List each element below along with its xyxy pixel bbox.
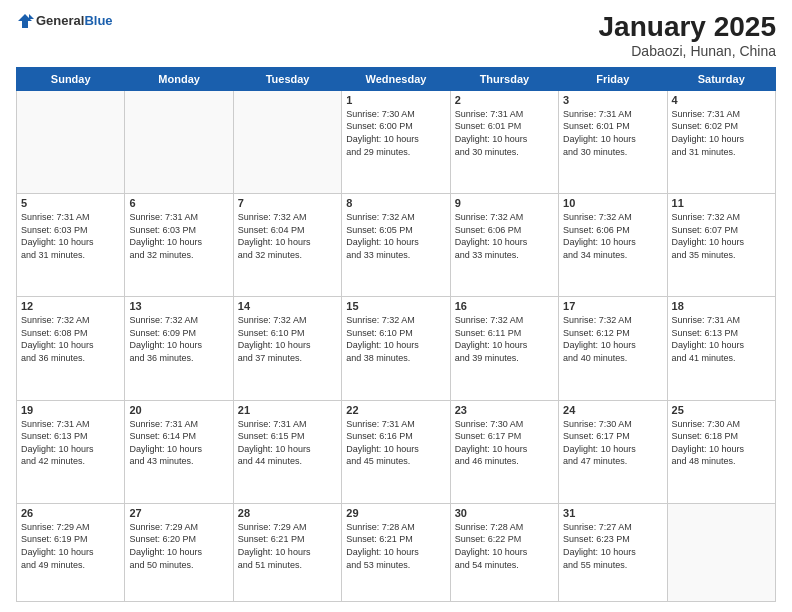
calendar-subtitle: Dabaozi, Hunan, China bbox=[599, 43, 776, 59]
header-wednesday: Wednesday bbox=[342, 67, 450, 90]
table-row: 23Sunrise: 7:30 AM Sunset: 6:17 PM Dayli… bbox=[450, 400, 558, 503]
day-info: Sunrise: 7:31 AM Sunset: 6:01 PM Dayligh… bbox=[563, 108, 662, 158]
day-info: Sunrise: 7:29 AM Sunset: 6:21 PM Dayligh… bbox=[238, 521, 337, 571]
day-number: 1 bbox=[346, 94, 445, 106]
day-number: 22 bbox=[346, 404, 445, 416]
day-number: 13 bbox=[129, 300, 228, 312]
day-info: Sunrise: 7:32 AM Sunset: 6:06 PM Dayligh… bbox=[455, 211, 554, 261]
day-number: 12 bbox=[21, 300, 120, 312]
table-row: 27Sunrise: 7:29 AM Sunset: 6:20 PM Dayli… bbox=[125, 503, 233, 601]
day-number: 11 bbox=[672, 197, 771, 209]
day-info: Sunrise: 7:27 AM Sunset: 6:23 PM Dayligh… bbox=[563, 521, 662, 571]
table-row: 18Sunrise: 7:31 AM Sunset: 6:13 PM Dayli… bbox=[667, 297, 775, 400]
day-info: Sunrise: 7:30 AM Sunset: 6:00 PM Dayligh… bbox=[346, 108, 445, 158]
day-info: Sunrise: 7:32 AM Sunset: 6:06 PM Dayligh… bbox=[563, 211, 662, 261]
table-row bbox=[667, 503, 775, 601]
day-number: 16 bbox=[455, 300, 554, 312]
day-number: 3 bbox=[563, 94, 662, 106]
table-row: 24Sunrise: 7:30 AM Sunset: 6:17 PM Dayli… bbox=[559, 400, 667, 503]
table-row: 14Sunrise: 7:32 AM Sunset: 6:10 PM Dayli… bbox=[233, 297, 341, 400]
day-number: 30 bbox=[455, 507, 554, 519]
calendar-week-3: 12Sunrise: 7:32 AM Sunset: 6:08 PM Dayli… bbox=[17, 297, 776, 400]
day-info: Sunrise: 7:31 AM Sunset: 6:13 PM Dayligh… bbox=[21, 418, 120, 468]
day-info: Sunrise: 7:28 AM Sunset: 6:21 PM Dayligh… bbox=[346, 521, 445, 571]
day-info: Sunrise: 7:31 AM Sunset: 6:03 PM Dayligh… bbox=[21, 211, 120, 261]
day-number: 2 bbox=[455, 94, 554, 106]
day-info: Sunrise: 7:32 AM Sunset: 6:05 PM Dayligh… bbox=[346, 211, 445, 261]
table-row: 21Sunrise: 7:31 AM Sunset: 6:15 PM Dayli… bbox=[233, 400, 341, 503]
table-row: 31Sunrise: 7:27 AM Sunset: 6:23 PM Dayli… bbox=[559, 503, 667, 601]
day-info: Sunrise: 7:31 AM Sunset: 6:02 PM Dayligh… bbox=[672, 108, 771, 158]
day-number: 14 bbox=[238, 300, 337, 312]
calendar-title: January 2025 bbox=[599, 12, 776, 43]
header-friday: Friday bbox=[559, 67, 667, 90]
table-row: 22Sunrise: 7:31 AM Sunset: 6:16 PM Dayli… bbox=[342, 400, 450, 503]
day-number: 8 bbox=[346, 197, 445, 209]
day-info: Sunrise: 7:30 AM Sunset: 6:17 PM Dayligh… bbox=[455, 418, 554, 468]
table-row: 19Sunrise: 7:31 AM Sunset: 6:13 PM Dayli… bbox=[17, 400, 125, 503]
table-row: 30Sunrise: 7:28 AM Sunset: 6:22 PM Dayli… bbox=[450, 503, 558, 601]
day-number: 31 bbox=[563, 507, 662, 519]
day-info: Sunrise: 7:31 AM Sunset: 6:01 PM Dayligh… bbox=[455, 108, 554, 158]
calendar-week-1: 1Sunrise: 7:30 AM Sunset: 6:00 PM Daylig… bbox=[17, 90, 776, 193]
day-number: 25 bbox=[672, 404, 771, 416]
table-row bbox=[17, 90, 125, 193]
header-tuesday: Tuesday bbox=[233, 67, 341, 90]
header-saturday: Saturday bbox=[667, 67, 775, 90]
day-info: Sunrise: 7:32 AM Sunset: 6:08 PM Dayligh… bbox=[21, 314, 120, 364]
day-info: Sunrise: 7:31 AM Sunset: 6:13 PM Dayligh… bbox=[672, 314, 771, 364]
day-info: Sunrise: 7:32 AM Sunset: 6:11 PM Dayligh… bbox=[455, 314, 554, 364]
table-row: 3Sunrise: 7:31 AM Sunset: 6:01 PM Daylig… bbox=[559, 90, 667, 193]
table-row: 6Sunrise: 7:31 AM Sunset: 6:03 PM Daylig… bbox=[125, 194, 233, 297]
day-info: Sunrise: 7:32 AM Sunset: 6:12 PM Dayligh… bbox=[563, 314, 662, 364]
logo-blue: Blue bbox=[84, 13, 112, 28]
table-row: 5Sunrise: 7:31 AM Sunset: 6:03 PM Daylig… bbox=[17, 194, 125, 297]
table-row bbox=[125, 90, 233, 193]
table-row: 29Sunrise: 7:28 AM Sunset: 6:21 PM Dayli… bbox=[342, 503, 450, 601]
day-number: 24 bbox=[563, 404, 662, 416]
table-row: 15Sunrise: 7:32 AM Sunset: 6:10 PM Dayli… bbox=[342, 297, 450, 400]
table-row: 1Sunrise: 7:30 AM Sunset: 6:00 PM Daylig… bbox=[342, 90, 450, 193]
day-info: Sunrise: 7:30 AM Sunset: 6:17 PM Dayligh… bbox=[563, 418, 662, 468]
logo-icon bbox=[16, 12, 34, 30]
table-row: 7Sunrise: 7:32 AM Sunset: 6:04 PM Daylig… bbox=[233, 194, 341, 297]
day-info: Sunrise: 7:32 AM Sunset: 6:10 PM Dayligh… bbox=[346, 314, 445, 364]
day-info: Sunrise: 7:31 AM Sunset: 6:15 PM Dayligh… bbox=[238, 418, 337, 468]
calendar-week-4: 19Sunrise: 7:31 AM Sunset: 6:13 PM Dayli… bbox=[17, 400, 776, 503]
table-row: 28Sunrise: 7:29 AM Sunset: 6:21 PM Dayli… bbox=[233, 503, 341, 601]
day-info: Sunrise: 7:29 AM Sunset: 6:19 PM Dayligh… bbox=[21, 521, 120, 571]
day-number: 15 bbox=[346, 300, 445, 312]
day-info: Sunrise: 7:29 AM Sunset: 6:20 PM Dayligh… bbox=[129, 521, 228, 571]
day-number: 5 bbox=[21, 197, 120, 209]
day-info: Sunrise: 7:31 AM Sunset: 6:14 PM Dayligh… bbox=[129, 418, 228, 468]
table-row: 16Sunrise: 7:32 AM Sunset: 6:11 PM Dayli… bbox=[450, 297, 558, 400]
table-row: 4Sunrise: 7:31 AM Sunset: 6:02 PM Daylig… bbox=[667, 90, 775, 193]
day-number: 9 bbox=[455, 197, 554, 209]
table-row: 13Sunrise: 7:32 AM Sunset: 6:09 PM Dayli… bbox=[125, 297, 233, 400]
table-row: 26Sunrise: 7:29 AM Sunset: 6:19 PM Dayli… bbox=[17, 503, 125, 601]
day-info: Sunrise: 7:32 AM Sunset: 6:09 PM Dayligh… bbox=[129, 314, 228, 364]
day-number: 10 bbox=[563, 197, 662, 209]
calendar-week-2: 5Sunrise: 7:31 AM Sunset: 6:03 PM Daylig… bbox=[17, 194, 776, 297]
day-number: 20 bbox=[129, 404, 228, 416]
page: GeneralBlue January 2025 Dabaozi, Hunan,… bbox=[0, 0, 792, 612]
day-number: 26 bbox=[21, 507, 120, 519]
header: GeneralBlue January 2025 Dabaozi, Hunan,… bbox=[16, 12, 776, 59]
table-row: 9Sunrise: 7:32 AM Sunset: 6:06 PM Daylig… bbox=[450, 194, 558, 297]
calendar-week-5: 26Sunrise: 7:29 AM Sunset: 6:19 PM Dayli… bbox=[17, 503, 776, 601]
day-header-row: Sunday Monday Tuesday Wednesday Thursday… bbox=[17, 67, 776, 90]
day-info: Sunrise: 7:31 AM Sunset: 6:16 PM Dayligh… bbox=[346, 418, 445, 468]
table-row: 10Sunrise: 7:32 AM Sunset: 6:06 PM Dayli… bbox=[559, 194, 667, 297]
header-sunday: Sunday bbox=[17, 67, 125, 90]
day-info: Sunrise: 7:32 AM Sunset: 6:10 PM Dayligh… bbox=[238, 314, 337, 364]
day-number: 23 bbox=[455, 404, 554, 416]
day-number: 19 bbox=[21, 404, 120, 416]
day-info: Sunrise: 7:32 AM Sunset: 6:07 PM Dayligh… bbox=[672, 211, 771, 261]
table-row: 20Sunrise: 7:31 AM Sunset: 6:14 PM Dayli… bbox=[125, 400, 233, 503]
logo: GeneralBlue bbox=[16, 12, 113, 30]
table-row: 25Sunrise: 7:30 AM Sunset: 6:18 PM Dayli… bbox=[667, 400, 775, 503]
table-row: 11Sunrise: 7:32 AM Sunset: 6:07 PM Dayli… bbox=[667, 194, 775, 297]
day-info: Sunrise: 7:28 AM Sunset: 6:22 PM Dayligh… bbox=[455, 521, 554, 571]
header-thursday: Thursday bbox=[450, 67, 558, 90]
title-block: January 2025 Dabaozi, Hunan, China bbox=[599, 12, 776, 59]
